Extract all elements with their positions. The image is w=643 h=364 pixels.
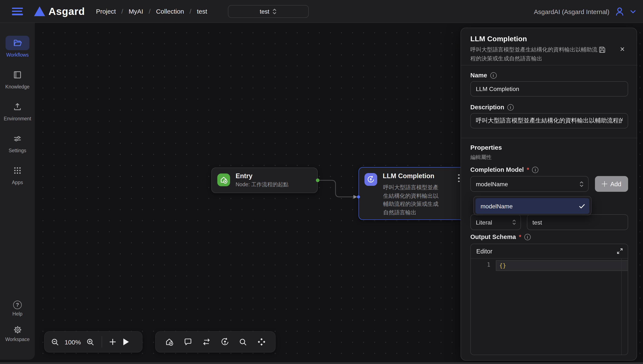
top-bar: Asgard Project / MyAI / Collection / tes… bbox=[0, 0, 643, 23]
comment-button[interactable] bbox=[183, 337, 192, 346]
sidebar-label-environment: Environment bbox=[4, 116, 31, 121]
house-plus-icon bbox=[217, 174, 230, 186]
account-label: AsgardAI (Asgard Internal) bbox=[534, 8, 610, 15]
expand-icon[interactable] bbox=[617, 248, 623, 254]
editor-header: Editor bbox=[471, 244, 628, 258]
name-input[interactable] bbox=[470, 81, 628, 96]
zoom-out-button[interactable] bbox=[50, 338, 60, 346]
dropdown-item-label: modelName bbox=[480, 202, 579, 210]
sidebar-item-workspace[interactable]: Workspace bbox=[5, 325, 30, 342]
value-type-select[interactable]: Literal bbox=[470, 214, 521, 230]
edge-arrowhead bbox=[354, 195, 357, 199]
zoom-in-button[interactable] bbox=[86, 338, 95, 346]
sidebar-item-workflows[interactable]: Workflows bbox=[6, 36, 29, 58]
sidebar-label-workspace: Workspace bbox=[5, 337, 30, 342]
llm-node-title: LLM Completion bbox=[383, 172, 434, 180]
hamburger-menu-icon[interactable] bbox=[12, 8, 23, 15]
name-label-row: Name i bbox=[470, 72, 496, 79]
close-icon[interactable]: × bbox=[620, 45, 625, 54]
chevron-updown-icon bbox=[579, 180, 584, 187]
sidebar-item-environment[interactable]: Environment bbox=[4, 100, 31, 121]
description-label-row: Description i bbox=[470, 104, 514, 110]
workflow-version-select[interactable]: test bbox=[228, 5, 309, 18]
node-inspector-panel: LLM Completion 呼叫大型語言模型並產生結構化的資料輸出以輔助流程的… bbox=[460, 28, 637, 360]
sliders-icon bbox=[13, 134, 22, 143]
swap-direction-button[interactable] bbox=[202, 337, 211, 346]
user-icon[interactable] bbox=[614, 6, 625, 16]
chevron-down-icon[interactable] bbox=[630, 9, 636, 14]
scan-node-button[interactable] bbox=[220, 337, 230, 346]
sidebar-item-help[interactable]: ? Help bbox=[12, 301, 22, 316]
check-icon bbox=[579, 204, 585, 208]
output-schema-label-row: Output Schema * i bbox=[470, 234, 531, 240]
add-model-button[interactable]: Add bbox=[595, 176, 628, 192]
sidebar-label-help: Help bbox=[12, 311, 22, 316]
required-asterisk: * bbox=[519, 234, 521, 240]
panel-divider bbox=[461, 138, 638, 138]
panel-subtitle: 呼叫大型語言模型並產生結構化的資料輸出以輔助流程的決策或生成自然語言輸出 bbox=[470, 46, 598, 63]
breadcrumb-separator: / bbox=[190, 8, 191, 15]
gear-icon bbox=[12, 325, 22, 335]
breadcrumb-project[interactable]: Project bbox=[96, 8, 116, 15]
properties-title: Properties bbox=[470, 144, 502, 151]
entry-node-subtitle: Node: 工作流程的起點 bbox=[236, 181, 288, 188]
breadcrumb-test[interactable]: test bbox=[197, 8, 207, 15]
description-input[interactable] bbox=[470, 113, 628, 128]
editor-code: {} bbox=[499, 262, 506, 269]
breadcrumb-collection[interactable]: Collection bbox=[156, 8, 184, 15]
sidebar-label-settings: Settings bbox=[8, 148, 26, 153]
breadcrumb-separator: / bbox=[122, 8, 123, 15]
run-workflow-button[interactable] bbox=[123, 338, 129, 345]
asgard-logo-icon bbox=[34, 6, 45, 16]
window-bottom-edge bbox=[0, 362, 643, 364]
fit-view-button[interactable] bbox=[257, 337, 266, 346]
sidebar-label-workflows: Workflows bbox=[6, 52, 29, 58]
save-icon[interactable] bbox=[598, 46, 606, 54]
add-entry-node-button[interactable] bbox=[165, 337, 174, 346]
properties-subtitle: 編輯屬性 bbox=[470, 154, 492, 161]
breadcrumb-myai[interactable]: MyAI bbox=[129, 8, 143, 15]
panel-divider bbox=[461, 65, 638, 66]
completion-model-label: Completion Model bbox=[470, 166, 524, 173]
dropdown-item-modelname[interactable]: modelName bbox=[476, 198, 590, 214]
breadcrumb: Project / MyAI / Collection / test bbox=[96, 8, 207, 15]
required-asterisk: * bbox=[527, 166, 529, 173]
editor-current-line bbox=[496, 260, 628, 271]
chevron-updown-icon bbox=[512, 219, 516, 225]
add-button-label: Add bbox=[610, 180, 621, 187]
upload-icon bbox=[13, 102, 22, 112]
editor-line-number: 1 bbox=[471, 262, 490, 268]
zoom-toolbar: 100% bbox=[44, 331, 142, 352]
sidebar-item-knowledge[interactable]: Knowledge bbox=[5, 68, 30, 89]
info-icon[interactable]: i bbox=[524, 234, 531, 240]
breadcrumb-separator: / bbox=[149, 8, 150, 15]
editor-scrollbar[interactable] bbox=[621, 258, 622, 355]
plus-icon bbox=[602, 181, 607, 187]
add-node-button[interactable] bbox=[109, 338, 116, 346]
info-icon[interactable]: i bbox=[490, 72, 496, 78]
logo-text: Asgard bbox=[48, 5, 85, 17]
editor-body[interactable]: 1 {} bbox=[471, 258, 628, 355]
completion-model-select[interactable]: modelName bbox=[470, 176, 588, 192]
description-label: Description bbox=[470, 104, 504, 110]
app-window: Asgard Project / MyAI / Collection / tes… bbox=[0, 0, 643, 364]
account-menu[interactable]: AsgardAI (Asgard Internal) bbox=[534, 0, 636, 23]
info-icon[interactable]: i bbox=[507, 104, 514, 110]
name-label: Name bbox=[470, 72, 487, 79]
entry-node[interactable]: Entry Node: 工作流程的起點 bbox=[211, 168, 318, 193]
model-dropdown: modelName bbox=[473, 196, 592, 215]
sidebar-item-apps[interactable]: Apps bbox=[6, 163, 29, 185]
folder-icon bbox=[12, 38, 22, 48]
canvas-actions-toolbar bbox=[155, 331, 276, 352]
sidebar-item-settings[interactable]: Settings bbox=[6, 132, 29, 153]
llm-node-description: 呼叫大型語言模型並產生結構化的資料輸出以輔助流程的決策或生成自然語言輸出 bbox=[383, 183, 444, 216]
value-text-input[interactable] bbox=[527, 214, 628, 230]
editor-title: Editor bbox=[476, 248, 617, 254]
output-schema-label: Output Schema bbox=[470, 234, 516, 240]
sidebar-label-knowledge: Knowledge bbox=[5, 84, 30, 89]
workflow-version-value: test bbox=[260, 8, 269, 15]
info-icon[interactable]: i bbox=[532, 166, 538, 173]
search-button[interactable] bbox=[239, 338, 248, 346]
toolbar-divider bbox=[102, 336, 102, 348]
book-icon bbox=[13, 70, 22, 80]
